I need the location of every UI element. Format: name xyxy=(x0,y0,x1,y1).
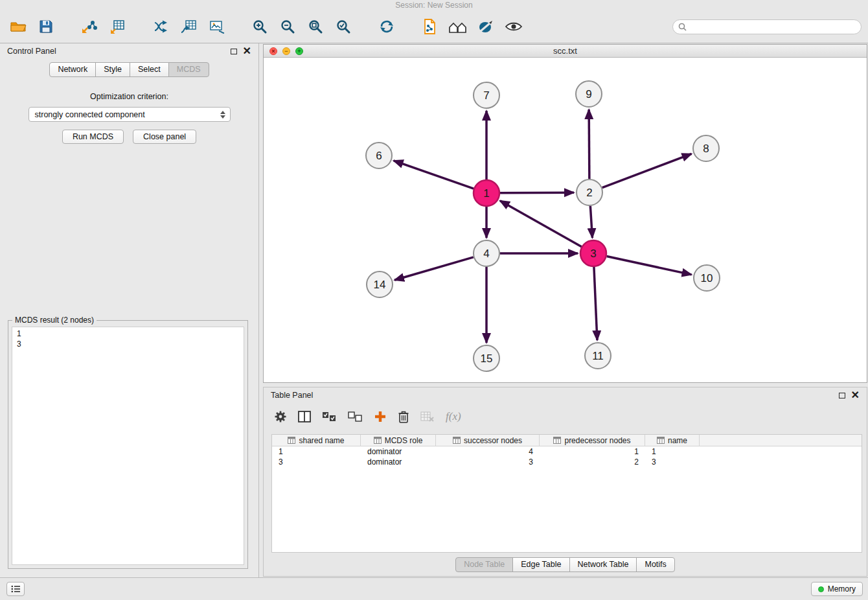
zoom-in-icon xyxy=(252,19,268,34)
table-row[interactable]: 1dominator411 xyxy=(272,446,862,457)
column-header-successor-nodes[interactable]: successor nodes xyxy=(436,435,540,446)
table-tab-motifs[interactable]: Motifs xyxy=(636,557,674,572)
select-all-button[interactable] xyxy=(322,411,337,422)
search-input[interactable] xyxy=(690,21,856,32)
table-cell: dominator xyxy=(361,447,436,456)
column-header-label: name xyxy=(668,436,687,445)
table-panel-title: Table Panel xyxy=(271,391,313,400)
float-table-panel-icon[interactable] xyxy=(839,393,845,398)
table-row[interactable]: 3dominator323 xyxy=(272,457,862,467)
graph-node-14[interactable]: 14 xyxy=(367,271,393,297)
graph-node-3[interactable]: 3 xyxy=(580,240,606,266)
delete-table-button[interactable] xyxy=(420,411,435,422)
graph-node-4[interactable]: 4 xyxy=(474,240,499,266)
run-mcds-button[interactable]: Run MCDS xyxy=(62,130,124,144)
memory-label: Memory xyxy=(828,584,856,594)
network-window-titlebar[interactable]: × − + scc.txt xyxy=(264,45,867,58)
save-session-button[interactable] xyxy=(34,15,58,38)
graph-node-2[interactable]: 2 xyxy=(577,179,602,205)
zoom-selected-button[interactable] xyxy=(332,15,355,38)
close-panel-button[interactable]: Close panel xyxy=(133,130,196,144)
columns-button[interactable] xyxy=(298,411,311,422)
zoom-out-button[interactable] xyxy=(276,15,299,38)
graph-edge-2-9[interactable] xyxy=(589,110,589,179)
export-image-button[interactable] xyxy=(205,15,228,38)
graph-edge-3-11[interactable] xyxy=(594,267,597,340)
network-window-title: scc.txt xyxy=(264,46,867,56)
open-folder-icon xyxy=(10,19,27,34)
refresh-button[interactable] xyxy=(375,15,398,38)
graph-node-10[interactable]: 10 xyxy=(694,265,720,291)
criterion-select[interactable]: strongly connected component xyxy=(29,107,231,122)
deselect-all-icon xyxy=(348,411,363,422)
node-table-header: shared nameMCDS rolesuccessor nodesprede… xyxy=(272,435,862,446)
graph-edge-4-14[interactable] xyxy=(394,257,474,280)
deselect-all-button[interactable] xyxy=(348,411,363,422)
style-button[interactable] xyxy=(474,15,497,38)
column-header-predecessor-nodes[interactable]: predecessor nodes xyxy=(540,435,645,446)
table-tab-edge-table[interactable]: Edge Table xyxy=(512,557,569,572)
tab-style[interactable]: Style xyxy=(95,62,130,77)
function-builder-button[interactable]: f(x) xyxy=(446,410,461,423)
add-column-button[interactable] xyxy=(374,410,387,423)
new-network-button[interactable] xyxy=(149,15,172,38)
gear-icon xyxy=(274,410,287,423)
tab-network[interactable]: Network xyxy=(49,62,96,77)
graph-edge-3-1[interactable] xyxy=(500,201,582,247)
graph-node-15[interactable]: 15 xyxy=(474,345,499,371)
column-header-shared-name[interactable]: shared name xyxy=(272,435,361,446)
graph-node-8[interactable]: 8 xyxy=(693,135,719,161)
delete-column-button[interactable] xyxy=(398,410,409,424)
open-session-button[interactable] xyxy=(6,15,30,38)
column-type-icon xyxy=(453,437,461,444)
graph-node-6[interactable]: 6 xyxy=(366,143,392,168)
graph-node-label: 4 xyxy=(483,248,489,260)
table-cell: 4 xyxy=(436,447,540,456)
close-panel-icon[interactable]: ✕ xyxy=(243,47,251,55)
table-tab-node-table[interactable]: Node Table xyxy=(455,557,513,572)
eye-icon xyxy=(505,20,523,33)
select-arrows-icon xyxy=(220,111,227,119)
memory-button[interactable]: Memory xyxy=(811,582,863,596)
graph-node-7[interactable]: 7 xyxy=(474,82,499,108)
float-panel-icon[interactable] xyxy=(231,49,237,54)
column-header-name[interactable]: name xyxy=(645,435,700,446)
column-header-filler xyxy=(700,435,862,446)
network-canvas[interactable]: 7968124314101511 xyxy=(264,58,867,382)
graph-node-9[interactable]: 9 xyxy=(576,81,602,107)
graph-edge-3-10[interactable] xyxy=(607,256,692,274)
graph-node-label: 15 xyxy=(481,352,493,365)
graph-edge-2-8[interactable] xyxy=(602,154,692,187)
tab-select[interactable]: Select xyxy=(130,62,169,77)
refresh-icon xyxy=(378,18,395,35)
network-from-table-button[interactable] xyxy=(177,15,200,38)
column-header-mcds-role[interactable]: MCDS role xyxy=(361,435,436,446)
zoom-fit-button[interactable] xyxy=(304,15,327,38)
export-image-icon xyxy=(208,19,225,34)
tab-mcds[interactable]: MCDS xyxy=(168,62,209,77)
clone-network-button[interactable] xyxy=(418,15,442,38)
graph-edge-1-6[interactable] xyxy=(394,161,474,189)
column-type-icon xyxy=(374,437,382,444)
import-network-button[interactable] xyxy=(78,15,101,38)
close-table-panel-icon[interactable]: ✕ xyxy=(851,391,860,399)
graph-node-1[interactable]: 1 xyxy=(474,180,499,206)
columns-icon xyxy=(298,411,311,422)
homes-icon xyxy=(448,19,468,34)
graph-edge-2-3[interactable] xyxy=(590,206,592,238)
criterion-selected-value: strongly connected component xyxy=(35,110,145,119)
network-graph[interactable]: 7968124314101511 xyxy=(264,58,867,382)
mcds-result-list[interactable]: 13 xyxy=(12,327,244,565)
graph-edge-1-2[interactable] xyxy=(500,192,574,193)
search-field[interactable] xyxy=(672,19,862,34)
gear-button[interactable] xyxy=(274,410,287,423)
memory-status-icon xyxy=(818,586,824,592)
graph-node-11[interactable]: 11 xyxy=(585,343,611,369)
zoom-in-button[interactable] xyxy=(248,15,271,38)
import-table-button[interactable] xyxy=(106,15,129,38)
show-hide-button[interactable] xyxy=(502,15,525,38)
homes-button[interactable] xyxy=(446,15,470,38)
task-list-button[interactable] xyxy=(6,582,25,596)
table-cell: 2 xyxy=(540,457,645,467)
table-tab-network-table[interactable]: Network Table xyxy=(569,557,637,572)
